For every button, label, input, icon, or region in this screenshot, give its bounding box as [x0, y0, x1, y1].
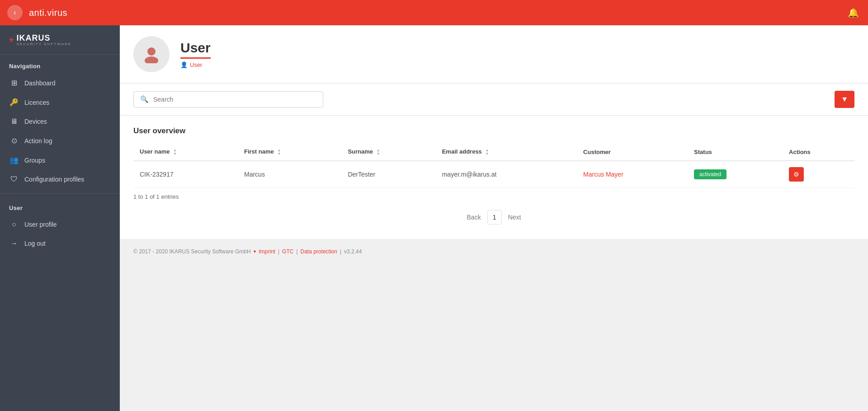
search-wrapper: 🔍: [133, 91, 323, 107]
data-protection-link[interactable]: Data protection: [301, 248, 337, 255]
action-log-icon: ⊙: [9, 136, 19, 145]
config-profiles-icon: 🛡: [9, 175, 19, 183]
main-layout: + IKARUS SECURITY SOFTWARE Navigation ⊞ …: [0, 25, 868, 411]
table-area: User overview User name ▲▼ First name ▲▼: [120, 116, 868, 239]
gear-icon: ⚙: [793, 171, 799, 178]
cell-surname: DerTester: [341, 161, 435, 188]
sidebar-logo: + IKARUS SECURITY SOFTWARE: [0, 25, 120, 55]
groups-icon: 👥: [9, 156, 19, 164]
sidebar-item-logout[interactable]: → Log out: [0, 234, 120, 253]
sidebar-item-label: Devices: [24, 118, 47, 125]
logo-cross: +: [9, 35, 14, 45]
back-icon: ‹: [14, 9, 16, 17]
user-section: User ○ User profile → Log out: [0, 193, 120, 253]
avatar: [133, 36, 170, 72]
col-firstname[interactable]: First name ▲▼: [238, 144, 341, 161]
col-username[interactable]: User name ▲▼: [133, 144, 238, 161]
sidebar-item-groups[interactable]: 👥 Groups: [0, 150, 120, 170]
profile-header: User 👤 User: [120, 25, 868, 84]
filter-icon: ▼: [841, 95, 848, 103]
profile-role: 👤 User: [180, 61, 211, 68]
profile-name: User: [180, 40, 211, 59]
col-actions: Actions: [783, 144, 854, 161]
svg-point-1: [145, 56, 158, 63]
app-title: anti.virus: [29, 8, 67, 18]
profile-info: User 👤 User: [180, 40, 211, 68]
row-action-button[interactable]: ⚙: [789, 167, 804, 182]
page-number: 1: [487, 210, 502, 224]
sidebar-item-devices[interactable]: 🖥 Devices: [0, 112, 120, 131]
nav-section-label: Navigation: [0, 55, 120, 73]
sidebar-item-user-profile[interactable]: ○ User profile: [0, 215, 120, 234]
sidebar-item-label: Dashboard: [24, 79, 56, 87]
cell-customer: Marcus Mayer: [577, 161, 688, 188]
filter-button[interactable]: ▼: [835, 91, 854, 108]
sidebar-item-label: Action log: [24, 137, 52, 145]
devices-icon: 🖥: [9, 117, 19, 126]
copyright-text: © 2017 - 2020 IKARUS Security Software G…: [133, 248, 251, 255]
sidebar-item-label: Log out: [24, 240, 46, 247]
sidebar: + IKARUS SECURITY SOFTWARE Navigation ⊞ …: [0, 25, 120, 411]
user-table: User name ▲▼ First name ▲▼ Surname ▲▼: [133, 144, 854, 188]
table-row: CIK-232917 Marcus DerTester mayer.m@ikar…: [133, 161, 854, 188]
sort-firstname-icon: ▲▼: [277, 149, 281, 156]
version-text: v3.2.44: [344, 248, 362, 255]
status-badge: activated: [694, 169, 726, 179]
col-customer: Customer: [577, 144, 688, 161]
main-panel: User 👤 User 🔍 ▼ User overview: [120, 25, 868, 411]
entries-text: 1 to 1 of 1 entries: [133, 188, 854, 202]
footer-sep3: |: [340, 248, 341, 255]
gtc-link[interactable]: GTC: [282, 248, 293, 255]
pagination-back-button[interactable]: Back: [467, 214, 481, 221]
imprint-link[interactable]: Imprint: [259, 248, 275, 255]
pagination-next-button[interactable]: Next: [508, 214, 521, 221]
user-role-icon: 👤: [180, 61, 188, 68]
footer: © 2017 - 2020 IKARUS Security Software G…: [120, 239, 868, 264]
bell-icon[interactable]: 🔔: [848, 7, 859, 18]
sidebar-item-label: Configuration profiles: [24, 176, 84, 183]
search-bar-area: 🔍 ▼: [120, 84, 868, 116]
sidebar-item-configuration-profiles[interactable]: 🛡 Configuration profiles: [0, 170, 120, 189]
footer-dot: •: [254, 248, 256, 255]
user-section-label: User: [0, 196, 120, 215]
sidebar-item-licences[interactable]: 🔑 Licences: [0, 93, 120, 112]
user-profile-icon: ○: [9, 220, 19, 229]
sidebar-item-dashboard[interactable]: ⊞ Dashboard: [0, 73, 120, 93]
svg-point-0: [147, 47, 156, 56]
footer-sep2: |: [296, 248, 297, 255]
logo-subtitle: SECURITY SOFTWARE: [17, 42, 72, 46]
cell-email: mayer.m@ikarus.at: [436, 161, 577, 188]
sidebar-item-label: Groups: [24, 157, 45, 164]
col-email[interactable]: Email address ▲▼: [436, 144, 577, 161]
sidebar-item-label: Licences: [24, 99, 49, 106]
sort-surname-icon: ▲▼: [377, 149, 380, 156]
table-title: User overview: [133, 126, 854, 135]
app-header: ‹ anti.virus 🔔: [0, 0, 868, 25]
search-input[interactable]: [153, 96, 316, 103]
logout-icon: →: [9, 239, 19, 248]
sidebar-item-action-log[interactable]: ⊙ Action log: [0, 131, 120, 150]
cell-username: CIK-232917: [133, 161, 238, 188]
cell-status: activated: [688, 161, 783, 188]
col-surname[interactable]: Surname ▲▼: [341, 144, 435, 161]
pagination: Back 1 Next: [133, 202, 854, 228]
col-status: Status: [688, 144, 783, 161]
sort-email-icon: ▲▼: [485, 149, 489, 156]
sidebar-item-label: User profile: [24, 221, 57, 228]
dashboard-icon: ⊞: [9, 79, 19, 87]
sort-username-icon: ▲▼: [173, 149, 177, 156]
licences-icon: 🔑: [9, 98, 19, 107]
logo-name: IKARUS: [17, 33, 51, 42]
cell-firstname: Marcus: [238, 161, 341, 188]
cell-actions: ⚙: [783, 161, 854, 188]
back-button[interactable]: ‹: [7, 5, 23, 20]
footer-sep1: |: [278, 248, 279, 255]
search-icon: 🔍: [140, 95, 149, 103]
